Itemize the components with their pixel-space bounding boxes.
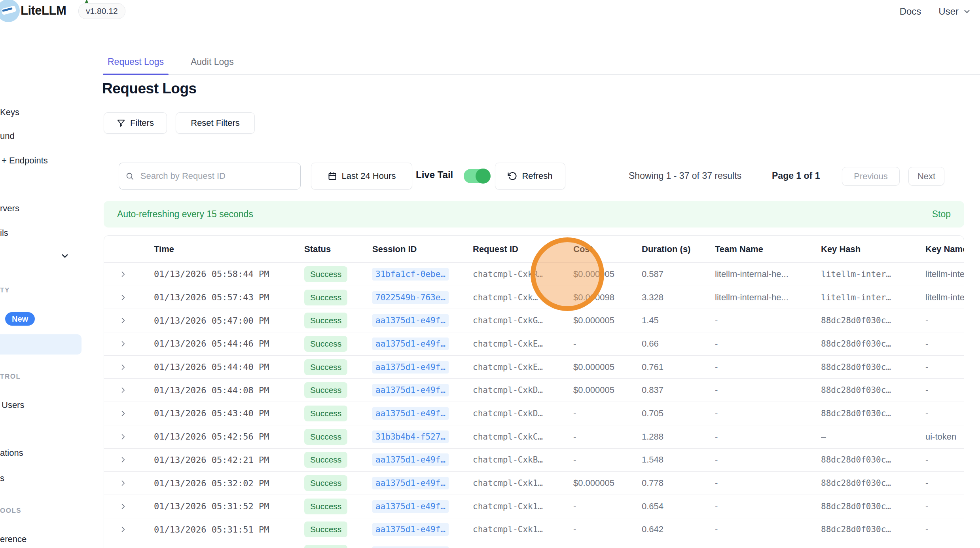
status-badge: Success — [304, 521, 347, 537]
request-id-cell: chatcmpl-CxkE… — [473, 339, 573, 349]
expand-row-chevron-icon[interactable] — [119, 479, 127, 487]
filters-button[interactable]: Filters — [104, 112, 167, 134]
table-row[interactable]: 01/13/2026 05:42:21 PM Success aa1375d1-… — [104, 449, 964, 472]
sidebar-item-inference[interactable]: erence — [0, 534, 27, 544]
expand-row-chevron-icon[interactable] — [119, 386, 127, 394]
reset-filters-button[interactable]: Reset Filters — [176, 112, 255, 134]
table-row[interactable]: 01/13/2026 05:32:02 PM Success aa1375d1-… — [104, 472, 964, 495]
key-name-cell: - — [925, 501, 964, 512]
sidebar-item-organizations[interactable]: ations — [0, 448, 23, 458]
team-name-cell: - — [715, 432, 821, 442]
expand-row-chevron-icon[interactable] — [119, 410, 127, 417]
cost-cell: $0.000098 — [573, 292, 642, 303]
key-hash-cell: 88dc28d0f030c… — [821, 455, 925, 465]
table-row[interactable]: 01/13/2026 05:58:44 PM Success 31bfa1cf-… — [104, 263, 964, 286]
search-input[interactable] — [140, 171, 294, 182]
key-name-cell: - — [925, 339, 964, 349]
table-row[interactable]: 01/13/2026 05:57:43 PM Success 7022549b-… — [104, 286, 964, 309]
request-id-cell: chatcmpl-CxkC… — [473, 432, 573, 442]
next-page-button[interactable]: Next — [908, 167, 944, 186]
expand-row-chevron-icon[interactable] — [119, 525, 127, 533]
user-menu-label[interactable]: User — [938, 6, 959, 17]
time-cell: 01/13/2026 05:42:21 PM — [154, 455, 304, 465]
user-menu[interactable]: User — [938, 6, 971, 17]
refresh-button[interactable]: Refresh — [495, 163, 565, 190]
session-id-link[interactable]: aa1375d1-e49f… — [372, 500, 449, 513]
sidebar-item-active-highlight[interactable] — [0, 334, 82, 355]
session-id-link[interactable]: aa1375d1-e49f… — [372, 477, 449, 489]
cost-cell: $0.000005 — [573, 362, 642, 372]
cost-cell: $0.000005 — [573, 269, 642, 279]
expand-row-chevron-icon[interactable] — [119, 456, 127, 464]
sidebar-item-mcp-servers[interactable]: rvers — [0, 203, 19, 214]
docs-link[interactable]: Docs — [900, 6, 921, 17]
expand-row-chevron-icon[interactable] — [119, 270, 127, 278]
session-id-link[interactable]: aa1375d1-e49f… — [372, 338, 449, 350]
expand-row-chevron-icon[interactable] — [119, 294, 127, 301]
column-header-status: Status — [304, 244, 372, 254]
status-badge: Success — [304, 499, 347, 514]
column-header-duration: Duration (s) — [642, 244, 715, 254]
sidebar-item-guardrails[interactable]: ils — [0, 228, 8, 238]
session-id-link[interactable]: aa1375d1-e49f… — [372, 546, 449, 548]
results-count-text: Showing 1 - 37 of 37 results — [629, 171, 741, 181]
sidebar-item-teams[interactable]: s — [0, 473, 4, 484]
sidebar-item-virtual-keys[interactable]: Keys — [0, 107, 19, 118]
session-id-link[interactable]: 7022549b-763e… — [372, 291, 449, 304]
column-header-time: Time — [154, 244, 304, 254]
time-cell: 01/13/2026 05:43:40 PM — [154, 408, 304, 418]
toggle-knob — [476, 169, 491, 184]
top-bar: LiteLLM v1.80.12 Docs User — [0, 0, 980, 23]
table-row[interactable]: 01/13/2026 05:47:00 PM Success aa1375d1-… — [104, 309, 964, 332]
search-box[interactable] — [119, 163, 301, 190]
expand-row-chevron-icon[interactable] — [119, 433, 127, 441]
column-header-key-name: Key Name — [925, 244, 964, 254]
key-hash-cell: 88dc28d0f030c… — [821, 316, 925, 325]
table-row[interactable]: 01/13/2026 05:44:40 PM Success aa1375d1-… — [104, 356, 964, 379]
key-name-cell: ui-token — [925, 432, 964, 442]
calendar-icon — [328, 171, 337, 181]
brand-title: LiteLLM — [21, 4, 66, 18]
session-id-link[interactable]: 31b3b4b4-f527… — [372, 430, 449, 443]
search-icon — [125, 171, 134, 181]
session-id-link[interactable]: aa1375d1-e49f… — [372, 384, 449, 396]
tab-request-logs[interactable]: Request Logs — [105, 57, 166, 74]
session-id-link[interactable]: aa1375d1-e49f… — [372, 453, 449, 466]
time-cell: 01/13/2026 05:31:52 PM — [154, 501, 304, 511]
duration-cell: 3.328 — [642, 292, 715, 303]
live-tail-toggle[interactable] — [464, 169, 490, 183]
table-row[interactable]: 01/13/2026 05:31:51 PM Success aa1375d1-… — [104, 518, 964, 542]
cost-cell: - — [573, 339, 642, 349]
table-row[interactable]: 01/13/2026 05:31:38 PM Success aa1375d1-… — [104, 541, 964, 548]
expand-row-chevron-icon[interactable] — [119, 340, 127, 348]
table-row[interactable]: 01/13/2026 05:42:56 PM Success 31b3b4b4-… — [104, 425, 964, 449]
column-header-team-name: Team Name — [715, 244, 821, 254]
stop-auto-refresh-button[interactable]: Stop — [932, 209, 951, 220]
session-id-link[interactable]: aa1375d1-e49f… — [372, 407, 449, 420]
session-id-link[interactable]: 31bfa1cf-0ebe… — [372, 268, 449, 281]
sidebar-collapse-chevron-icon[interactable] — [60, 251, 70, 261]
status-badge: Success — [304, 382, 347, 398]
litellm-admin-ui: LiteLLM v1.80.12 Docs User Keys und + En… — [0, 0, 980, 548]
session-id-link[interactable]: aa1375d1-e49f… — [372, 523, 449, 536]
session-id-link[interactable]: aa1375d1-e49f… — [372, 314, 449, 327]
tab-audit-logs[interactable]: Audit Logs — [188, 57, 236, 74]
expand-row-chevron-icon[interactable] — [119, 502, 127, 510]
time-range-button[interactable]: Last 24 Hours — [311, 163, 412, 190]
request-id-cell: chatcmpl-CxkD… — [473, 385, 573, 395]
session-id-link[interactable]: aa1375d1-e49f… — [372, 361, 449, 374]
table-row[interactable]: 01/13/2026 05:44:08 PM Success aa1375d1-… — [104, 379, 964, 402]
table-row[interactable]: 01/13/2026 05:43:40 PM Success aa1375d1-… — [104, 402, 964, 425]
request-logs-table: Time Status Session ID Request ID Cost D… — [104, 235, 964, 548]
sidebar-item-models-endpoints[interactable]: + Endpoints — [2, 155, 48, 166]
expand-row-chevron-icon[interactable] — [119, 363, 127, 371]
expand-row-chevron-icon[interactable] — [119, 317, 127, 324]
sidebar-item-playground[interactable]: und — [0, 131, 15, 141]
cost-cell: - — [573, 408, 642, 419]
table-row[interactable]: 01/13/2026 05:44:46 PM Success aa1375d1-… — [104, 332, 964, 356]
time-range-label: Last 24 Hours — [342, 171, 396, 181]
sidebar-item-internal-users[interactable]: Users — [2, 400, 24, 410]
table-row[interactable]: 01/13/2026 05:31:52 PM Success aa1375d1-… — [104, 495, 964, 518]
previous-page-button[interactable]: Previous — [842, 167, 900, 186]
status-badge: Success — [304, 475, 347, 491]
